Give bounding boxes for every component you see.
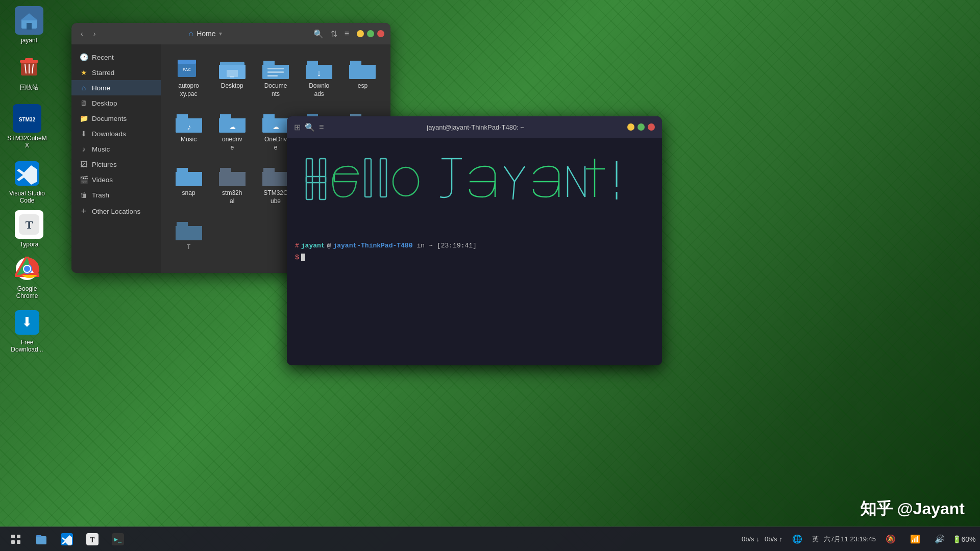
desktop-icon-typora[interactable]: T Typora bbox=[6, 208, 52, 250]
file-item-stm32hal[interactable]: stm32hal bbox=[212, 160, 252, 209]
file-item-onedrive1[interactable]: ☁ onedrive bbox=[212, 106, 252, 156]
view-toggle-button[interactable]: ≡ bbox=[343, 28, 351, 40]
desktop-icon-chrome[interactable]: Google Chrome bbox=[4, 253, 50, 302]
net-down-icon: ↓ bbox=[756, 535, 760, 543]
svg-rect-67 bbox=[365, 159, 371, 197]
nav-back-button[interactable]: ‹ bbox=[78, 29, 86, 39]
svg-rect-5 bbox=[25, 58, 33, 61]
sidebar-item-downloads[interactable]: ⬇ Downloads bbox=[71, 126, 161, 141]
battery-button[interactable]: 🔋 60% bbox=[954, 530, 974, 549]
home-icon: ⌂ bbox=[80, 84, 88, 92]
svg-rect-34 bbox=[349, 65, 376, 79]
sidebar-item-home[interactable]: ⌂ Home bbox=[71, 80, 161, 95]
svg-text:STM32: STM32 bbox=[19, 117, 36, 122]
file-name-desktop: Desktop bbox=[221, 82, 243, 90]
svg-rect-74 bbox=[36, 536, 46, 544]
svg-rect-19 bbox=[178, 60, 196, 64]
sidebar-label-desktop: Desktop bbox=[92, 99, 117, 107]
prompt-at: @ bbox=[327, 242, 331, 249]
terminal-settings-icon[interactable]: ≡ bbox=[319, 122, 324, 132]
svg-rect-63 bbox=[176, 226, 202, 240]
terminal-menu-icon[interactable]: ⊞ bbox=[294, 122, 301, 132]
desktop-icon-freedownload[interactable]: ⬇ Free Download... bbox=[4, 306, 50, 356]
sidebar-label-music: Music bbox=[92, 145, 110, 153]
sidebar-item-videos[interactable]: 🎬 Videos bbox=[71, 172, 161, 187]
prompt-host: jayant-ThinkPad-T480 bbox=[333, 242, 412, 249]
svg-text:⬇: ⬇ bbox=[21, 314, 33, 330]
volume-button[interactable]: 🔊 bbox=[930, 530, 949, 549]
file-item-snap[interactable]: snap bbox=[169, 160, 208, 209]
file-manager-titlebar: ‹ › ⌂ Home ▾ 🔍 ⇅ ≡ bbox=[71, 23, 390, 44]
prompt-user: jayant bbox=[301, 242, 325, 249]
home-location-icon: ⌂ bbox=[188, 29, 193, 38]
sidebar-item-starred[interactable]: ★ Starred bbox=[71, 65, 161, 80]
close-button[interactable] bbox=[377, 30, 384, 37]
svg-rect-66 bbox=[320, 159, 326, 199]
sidebar-item-music[interactable]: ♪ Music bbox=[71, 141, 161, 157]
network-button[interactable]: 🌐 bbox=[788, 530, 807, 549]
sort-button[interactable]: ⇅ bbox=[329, 28, 339, 40]
file-item-desktop[interactable]: Desktop bbox=[212, 53, 252, 102]
file-item-esp[interactable]: esp bbox=[343, 53, 382, 102]
prompt-dir: ~ bbox=[429, 242, 433, 249]
sidebar-label-trash: Trash bbox=[92, 191, 109, 199]
desktop-icon-vscode[interactable]: Visual Studio Code bbox=[4, 157, 50, 207]
net-up-icon: ↑ bbox=[779, 535, 783, 543]
terminal-body[interactable]: # jayant @ jayant-ThinkPad-T480 in ~ [23… bbox=[287, 138, 662, 365]
sidebar-label-downloads: Downloads bbox=[92, 130, 126, 138]
file-manager-taskbar-button[interactable] bbox=[32, 530, 51, 549]
maximize-button[interactable] bbox=[367, 30, 374, 37]
input-method-status[interactable]: 英 bbox=[812, 535, 819, 544]
terminal-taskbar-button[interactable]: ▶_ bbox=[108, 530, 128, 549]
sidebar: 🕐 Recent ★ Starred ⌂ Home 🖥 Desktop 📁 bbox=[71, 44, 161, 273]
apps-grid-button[interactable] bbox=[6, 530, 26, 549]
sidebar-item-desktop[interactable]: 🖥 Desktop bbox=[71, 95, 161, 111]
terminal-search-icon[interactable]: 🔍 bbox=[305, 122, 315, 132]
svg-text:PAC: PAC bbox=[183, 67, 191, 72]
desktop-icon-recycle[interactable]: 回收站 bbox=[6, 51, 52, 93]
nav-forward-button[interactable]: › bbox=[90, 29, 99, 39]
wifi-button[interactable]: 📶 bbox=[905, 530, 925, 549]
documents-icon: 📁 bbox=[80, 114, 88, 122]
terminal-titlebar: ⊞ 🔍 ≡ jayant@jayant-ThinkPad-T480: ~ bbox=[287, 116, 662, 138]
terminal-input-line[interactable]: $ bbox=[295, 254, 654, 261]
desktop-icon-stm32[interactable]: STM32 STM32CubeMX bbox=[4, 102, 50, 152]
terminal-prompt: # jayant @ jayant-ThinkPad-T480 in ~ [23… bbox=[295, 242, 654, 249]
file-item-autopro[interactable]: PAC autoproxy.pac bbox=[169, 53, 208, 102]
file-name-stm32hal: stm32hal bbox=[222, 189, 242, 205]
hello-jayant-svg bbox=[301, 151, 648, 233]
minimize-button[interactable] bbox=[357, 30, 364, 37]
svg-text:☁: ☁ bbox=[229, 123, 235, 131]
sidebar-label-recent: Recent bbox=[92, 54, 114, 61]
sidebar-item-trash[interactable]: 🗑 Trash bbox=[71, 187, 161, 203]
desktop-icon-home[interactable]: jayant bbox=[6, 4, 52, 46]
file-item-partial[interactable]: T bbox=[169, 214, 208, 256]
typora-taskbar-button[interactable]: T bbox=[83, 530, 102, 549]
terminal-maximize-button[interactable] bbox=[638, 123, 645, 131]
desktop-icon-recycle-label: 回收站 bbox=[20, 84, 38, 91]
sidebar-item-documents[interactable]: 📁 Documents bbox=[71, 111, 161, 126]
watermark-text: 知乎 @Jayant bbox=[860, 499, 965, 518]
desktop-icon-freedownload-label: Free Download... bbox=[6, 339, 48, 354]
search-button[interactable]: 🔍 bbox=[312, 28, 325, 40]
file-item-music[interactable]: ♪ Music bbox=[169, 106, 208, 156]
file-name-onedrive1: onedrive bbox=[222, 136, 242, 152]
file-name-downloads: Downloads bbox=[309, 82, 329, 98]
file-item-documents[interactable]: Documents bbox=[256, 53, 295, 102]
notifications-button[interactable]: 🔕 bbox=[881, 530, 900, 549]
desktop-icon-vscode-label: Visual Studio Code bbox=[6, 190, 48, 205]
location-dropdown-icon[interactable]: ▾ bbox=[219, 30, 222, 37]
svg-point-15 bbox=[24, 266, 30, 272]
taskbar-left: T ▶_ bbox=[6, 530, 128, 549]
terminal-minimize-button[interactable] bbox=[627, 123, 634, 131]
prompt-in: in bbox=[416, 242, 425, 249]
sidebar-item-recent[interactable]: 🕐 Recent bbox=[71, 49, 161, 65]
prompt-dollar: $ bbox=[295, 254, 299, 261]
sidebar-item-pictures[interactable]: 🖼 Pictures bbox=[71, 157, 161, 172]
svg-rect-28 bbox=[267, 71, 284, 73]
vscode-taskbar-button[interactable] bbox=[57, 530, 77, 549]
svg-text:♪: ♪ bbox=[187, 122, 191, 131]
file-item-downloads[interactable]: ↓ Downloads bbox=[300, 53, 339, 102]
sidebar-item-other-locations[interactable]: + Other Locations bbox=[71, 203, 161, 220]
terminal-close-button[interactable] bbox=[648, 123, 655, 131]
